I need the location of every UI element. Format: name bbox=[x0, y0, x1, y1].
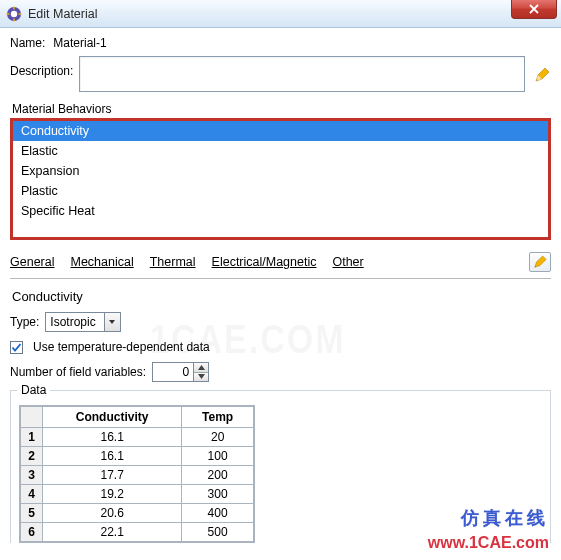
table-row: 5 20.6 400 bbox=[21, 504, 254, 523]
table-row: 6 22.1 500 bbox=[21, 523, 254, 542]
table-row: 2 16.1 100 bbox=[21, 447, 254, 466]
menu-thermal[interactable]: Thermal bbox=[150, 255, 196, 269]
chevron-down-icon bbox=[104, 313, 120, 331]
svg-rect-3 bbox=[13, 18, 14, 21]
menu-mechanical[interactable]: Mechanical bbox=[70, 255, 133, 269]
cell-conductivity[interactable]: 20.6 bbox=[43, 504, 182, 523]
row-header[interactable]: 4 bbox=[21, 485, 43, 504]
check-icon bbox=[11, 342, 22, 353]
num-field-vars-label: Number of field variables: bbox=[10, 365, 146, 379]
data-group: Data Conductivity Temp 1 16.1 20 bbox=[10, 390, 551, 543]
description-label: Description: bbox=[10, 64, 73, 78]
behaviors-listbox[interactable]: Conductivity Elastic Expansion Plastic S… bbox=[10, 118, 551, 240]
conductivity-title: Conductivity bbox=[12, 289, 551, 304]
edit-description-button[interactable] bbox=[533, 66, 551, 84]
behavior-item-specific-heat[interactable]: Specific Heat bbox=[13, 201, 548, 221]
window-title: Edit Material bbox=[28, 7, 97, 21]
column-header-temp[interactable]: Temp bbox=[182, 407, 254, 428]
titlebar: Edit Material bbox=[0, 0, 561, 28]
type-label: Type: bbox=[10, 315, 39, 329]
cell-conductivity[interactable]: 16.1 bbox=[43, 447, 182, 466]
behavior-menubar: General Mechanical Thermal Electrical/Ma… bbox=[10, 248, 551, 279]
temp-dependent-label: Use temperature-dependent data bbox=[33, 340, 210, 354]
svg-rect-2 bbox=[13, 6, 14, 9]
svg-rect-4 bbox=[7, 13, 10, 14]
stepper-down-button[interactable] bbox=[194, 372, 208, 382]
cell-conductivity[interactable]: 19.2 bbox=[43, 485, 182, 504]
row-header[interactable]: 1 bbox=[21, 428, 43, 447]
data-label: Data bbox=[17, 383, 50, 397]
row-header[interactable]: 6 bbox=[21, 523, 43, 542]
type-select[interactable]: Isotropic bbox=[45, 312, 120, 332]
menu-general[interactable]: General bbox=[10, 255, 54, 269]
type-select-value: Isotropic bbox=[46, 315, 103, 329]
cell-conductivity[interactable]: 17.7 bbox=[43, 466, 182, 485]
temp-dependent-checkbox[interactable] bbox=[10, 341, 23, 354]
svg-point-1 bbox=[11, 10, 17, 16]
num-field-vars-input[interactable] bbox=[153, 363, 193, 381]
column-header-conductivity[interactable]: Conductivity bbox=[43, 407, 182, 428]
num-field-vars-stepper[interactable] bbox=[152, 362, 209, 382]
cell-conductivity[interactable]: 16.1 bbox=[43, 428, 182, 447]
cell-temp[interactable]: 500 bbox=[182, 523, 254, 542]
pencil-icon bbox=[533, 255, 547, 269]
cell-conductivity[interactable]: 22.1 bbox=[43, 523, 182, 542]
pencil-icon bbox=[534, 67, 550, 83]
table-row: 1 16.1 20 bbox=[21, 428, 254, 447]
suboptions-button[interactable] bbox=[529, 252, 551, 272]
row-header[interactable]: 3 bbox=[21, 466, 43, 485]
data-table[interactable]: Conductivity Temp 1 16.1 20 2 16.1 100 bbox=[19, 405, 255, 543]
cell-temp[interactable]: 300 bbox=[182, 485, 254, 504]
cell-temp[interactable]: 20 bbox=[182, 428, 254, 447]
table-corner bbox=[21, 407, 43, 428]
behavior-item-elastic[interactable]: Elastic bbox=[13, 141, 548, 161]
table-row: 3 17.7 200 bbox=[21, 466, 254, 485]
description-input[interactable] bbox=[79, 56, 525, 92]
name-label: Name: bbox=[10, 36, 45, 50]
behaviors-label: Material Behaviors bbox=[10, 102, 551, 116]
row-header[interactable]: 2 bbox=[21, 447, 43, 466]
name-value: Material-1 bbox=[53, 36, 106, 50]
cell-temp[interactable]: 100 bbox=[182, 447, 254, 466]
table-row: 4 19.2 300 bbox=[21, 485, 254, 504]
cell-temp[interactable]: 400 bbox=[182, 504, 254, 523]
behavior-item-conductivity[interactable]: Conductivity bbox=[13, 121, 548, 141]
behavior-item-plastic[interactable]: Plastic bbox=[13, 181, 548, 201]
menu-other[interactable]: Other bbox=[332, 255, 363, 269]
menu-electrical-magnetic[interactable]: Electrical/Magnetic bbox=[212, 255, 317, 269]
stepper-up-button[interactable] bbox=[194, 363, 208, 372]
svg-rect-5 bbox=[19, 13, 22, 14]
close-icon bbox=[529, 4, 539, 14]
close-button[interactable] bbox=[511, 0, 557, 19]
app-icon bbox=[6, 6, 22, 22]
cell-temp[interactable]: 200 bbox=[182, 466, 254, 485]
behavior-item-expansion[interactable]: Expansion bbox=[13, 161, 548, 181]
row-header[interactable]: 5 bbox=[21, 504, 43, 523]
